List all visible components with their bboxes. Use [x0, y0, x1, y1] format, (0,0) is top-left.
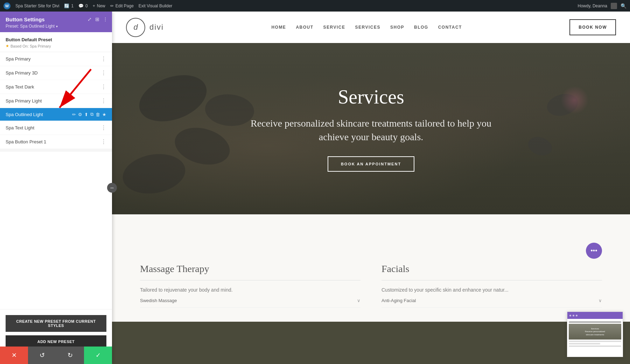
service-massage-desc: Tailored to rejuvenate your body and min…: [140, 286, 360, 294]
nav-about[interactable]: ABOUT: [296, 25, 313, 30]
hero-cta-button[interactable]: BOOK AN APPOINTMENT: [328, 156, 414, 172]
add-preset-button[interactable]: ADD NEW PRESET: [6, 335, 106, 348]
service-sub-anti-aging[interactable]: Anti-Aging Facial ∨: [382, 294, 602, 308]
panel-header: Button Settings Preset: Spa Outlined Lig…: [0, 12, 112, 32]
search-icon[interactable]: 🔍: [621, 3, 626, 9]
preset-item-spa-primary-3d[interactable]: Spa Primary 3D ⋮: [0, 66, 112, 80]
undo-button[interactable]: ↺: [28, 347, 56, 364]
preset-label-spa-outlined-light: Spa Outlined Light: [6, 112, 43, 117]
plus-icon: +: [93, 3, 95, 8]
comments-icon: 💬: [78, 3, 84, 8]
service-sub-swedish[interactable]: Swedish Massage ∨: [140, 294, 360, 308]
service-divider-2: [382, 280, 602, 280]
grid-icon[interactable]: ⊞: [95, 16, 99, 22]
nav-blog[interactable]: BLOG: [414, 25, 428, 30]
admin-bar-right: Howdy, Deanna 🔍: [578, 3, 627, 9]
edit-icon: ✏: [110, 3, 114, 8]
upload-preset-icon[interactable]: ⬆: [84, 112, 88, 117]
book-now-button[interactable]: BOOK NOW: [569, 19, 616, 35]
thumb-hero-text: ServicesReceive personalizedskincare tre…: [585, 327, 605, 336]
website-area: d divi HOME ABOUT SERVICE SERVICES SHOP …: [112, 12, 630, 364]
nav-contact[interactable]: CONTACT: [438, 25, 462, 30]
nav-home[interactable]: HOME: [271, 25, 286, 30]
preset-list: Button Default Preset ★ Based On: Spa Pr…: [0, 32, 112, 309]
thumb-dot-3: [576, 315, 578, 316]
gap-section: [112, 214, 630, 242]
more-icon-spa-primary[interactable]: ⋮: [101, 56, 106, 62]
more-options-icon[interactable]: ⋮: [103, 16, 108, 22]
preset-label-spa-text-dark: Spa Text Dark: [6, 84, 34, 90]
site-nav: d divi HOME ABOUT SERVICE SERVICES SHOP …: [112, 12, 630, 43]
default-preset-section: Button Default Preset ★ Based On: Spa Pr…: [0, 32, 112, 52]
nav-shop[interactable]: SHOP: [390, 25, 404, 30]
cancel-icon: ✕: [12, 351, 17, 359]
swedish-massage-label: Swedish Massage: [140, 298, 177, 303]
hero-title: Services: [240, 86, 502, 108]
preset-label-spa-text-light: Spa Text Light: [6, 125, 34, 130]
nav-services[interactable]: SERVICES: [355, 25, 380, 30]
thumbnail-mini-nav: [567, 312, 623, 319]
preset-item-spa-text-light[interactable]: Spa Text Light ⋮: [0, 121, 112, 135]
preset-item-spa-outlined-light[interactable]: Spa Outlined Light ✏ ⚙ ⬆ ⧉ 🗑 ★: [0, 108, 112, 121]
preset-item-spa-text-dark[interactable]: Spa Text Dark ⋮: [0, 80, 112, 94]
admin-bar: W Spa Starter Site for Divi 🔄 1 💬 0 + Ne…: [0, 0, 630, 12]
site-logo: d divi: [126, 18, 164, 37]
save-button[interactable]: ✓: [84, 347, 112, 364]
service-massage-therapy: Massage Therapy Tailored to rejuvenate y…: [140, 263, 360, 308]
create-preset-button[interactable]: CREATE NEW PRESET FROM CURRENT STYLES: [6, 315, 106, 332]
preset-label-spa-button-preset-1: Spa Button Preset 1: [6, 139, 46, 144]
fullscreen-icon[interactable]: ⤢: [88, 16, 92, 22]
copy-preset-icon[interactable]: ⧉: [90, 112, 93, 117]
edit-page-item[interactable]: ✏ Edit Page: [110, 3, 134, 8]
preset-item-spa-button-preset-1[interactable]: Spa Button Preset 1 ⋮: [0, 135, 112, 149]
more-icon-spa-text-light[interactable]: ⋮: [101, 124, 106, 131]
thumb-line-3: [569, 343, 600, 344]
default-preset-title: Button Default Preset: [6, 37, 106, 42]
redo-button[interactable]: ↻: [56, 347, 84, 364]
cancel-button[interactable]: ✕: [0, 347, 28, 364]
star-preset-icon[interactable]: ★: [102, 112, 106, 117]
thumb-line-1: [569, 321, 621, 323]
preset-divider: [0, 149, 112, 152]
save-icon: ✓: [96, 351, 101, 359]
chevron-down-icon: ▾: [56, 24, 58, 28]
service-bubble-button[interactable]: •••: [586, 243, 602, 259]
nav-service[interactable]: SERVICE: [323, 25, 345, 30]
more-icon-spa-text-dark[interactable]: ⋮: [101, 84, 106, 90]
edit-preset-icon[interactable]: ✏: [72, 112, 76, 117]
updates-icon: 🔄: [64, 3, 69, 8]
left-panel: Button Settings Preset: Spa Outlined Lig…: [0, 12, 112, 364]
thumb-dot-1: [569, 315, 571, 316]
site-name: Spa Starter Site for Divi: [15, 3, 59, 8]
settings-preset-icon[interactable]: ⚙: [78, 112, 82, 117]
undo-icon: ↺: [40, 351, 45, 359]
main-layout: Button Settings Preset: Spa Outlined Lig…: [0, 12, 630, 364]
service-massage-title: Massage Therapy: [140, 263, 360, 274]
based-on-text: Based On: Spa Primary: [10, 44, 51, 48]
comments-item[interactable]: 💬 0: [78, 3, 88, 8]
preset-item-spa-primary[interactable]: Spa Primary ⋮: [0, 52, 112, 66]
redo-icon: ↻: [68, 351, 73, 359]
drag-handle[interactable]: ↔: [107, 183, 117, 193]
exit-builder-item[interactable]: Exit Visual Builder: [139, 3, 173, 8]
preset-label-spa-primary: Spa Primary: [6, 56, 31, 62]
thumb-dot-2: [573, 315, 574, 316]
thumbnail-content: ServicesReceive personalizedskincare tre…: [567, 319, 623, 349]
delete-preset-icon[interactable]: 🗑: [96, 112, 100, 117]
more-icon-spa-primary-3d[interactable]: ⋮: [101, 70, 106, 76]
services-grid: Massage Therapy Tailored to rejuvenate y…: [140, 263, 602, 308]
new-item[interactable]: + New: [93, 3, 105, 8]
exit-builder-label: Exit Visual Builder: [139, 3, 173, 8]
user-avatar: [611, 3, 617, 9]
updates-item[interactable]: 🔄 1: [64, 3, 74, 8]
bottom-bar: ✕ ↺ ↻ ✓: [0, 347, 112, 364]
wp-logo-item[interactable]: W: [4, 2, 10, 9]
more-icon-spa-primary-light[interactable]: ⋮: [101, 98, 106, 104]
service-facials-desc: Customized to your specific skin and enh…: [382, 286, 602, 294]
ellipsis-icon: •••: [591, 247, 597, 255]
more-icon-spa-button-preset-1[interactable]: ⋮: [101, 138, 106, 145]
preset-actions: ✏ ⚙ ⬆ ⧉ 🗑 ★: [72, 112, 106, 117]
site-name-item[interactable]: Spa Starter Site for Divi: [15, 3, 59, 8]
preset-item-spa-primary-light[interactable]: Spa Primary Light ⋮: [0, 94, 112, 108]
preset-label-spa-primary-3d: Spa Primary 3D: [6, 70, 38, 76]
